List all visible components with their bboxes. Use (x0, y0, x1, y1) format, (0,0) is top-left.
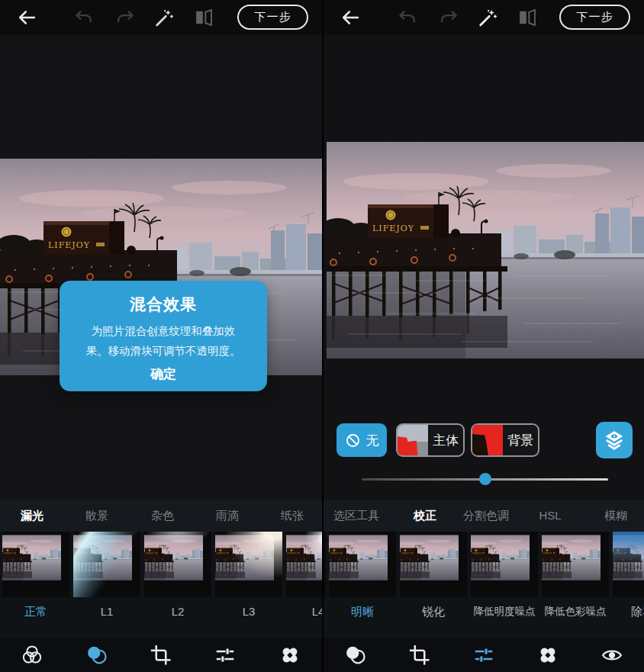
filter-bar: 漏光 散景 杂色 雨滴 纸张 正常 L1 L2 L3 L4 (0, 500, 322, 638)
photo-stage: 混合效果 为照片混合创意纹理和叠加效 果。移动滑块可调节不透明度。 确定 (0, 35, 322, 500)
top-bar: 下一步 (324, 0, 644, 35)
opacity-slider-row (324, 467, 644, 493)
redo-button[interactable] (438, 7, 459, 28)
tab-selection-tools[interactable]: 选区工具 (333, 500, 379, 532)
tab-paper[interactable]: 纸张 (281, 500, 304, 532)
dialog-title: 混合效果 (60, 294, 267, 315)
back-button[interactable] (16, 7, 37, 28)
preview-eye-button[interactable] (601, 644, 623, 667)
layers-eye-icon (603, 429, 626, 452)
next-step-label: 下一步 (255, 10, 291, 23)
tab-light-leak[interactable]: 漏光 (21, 500, 43, 532)
tab-raindrops[interactable]: 雨滴 (216, 500, 239, 532)
filter-label-sharpen[interactable]: 锐化 (422, 605, 445, 619)
tab-bokeh[interactable]: 散景 (85, 500, 108, 532)
filter-label-color-noise[interactable]: 降低色彩噪点 (545, 605, 607, 619)
blend-tool-button-active[interactable] (85, 644, 108, 667)
dialog-confirm-button[interactable]: 确定 (60, 365, 267, 383)
bottom-toolbar (0, 638, 322, 672)
adjust-tool-button-active[interactable] (472, 644, 495, 667)
filter-thumbnails (0, 532, 322, 597)
filter-label-l3[interactable]: L3 (243, 605, 256, 618)
filter-thumb-l1[interactable] (73, 532, 140, 597)
screen-correction-tool: 下一步 无 主体 背景 (322, 0, 644, 672)
mask-background-label: 背景 (503, 432, 538, 449)
filter-labels: 明晰 锐化 降低明度噪点 降低色彩噪点 除雾 (324, 597, 644, 638)
filter-labels: 正常 L1 L2 L3 L4 (0, 597, 322, 638)
filter-label-clarity[interactable]: 明晰 (351, 605, 374, 619)
dialog-body: 为照片混合创意纹理和叠加效 果。移动滑块可调节不透明度。 (60, 321, 267, 361)
mask-background-button[interactable]: 背景 (471, 423, 539, 457)
healing-tool-button[interactable] (279, 644, 301, 667)
healing-tool-button[interactable] (536, 644, 559, 667)
blend-tool-button[interactable] (344, 644, 367, 667)
filter-thumb-sharpen[interactable] (400, 532, 467, 597)
filter-thumb-clipped[interactable] (322, 532, 326, 597)
filter-label-l1[interactable]: L1 (101, 605, 114, 618)
blend-info-dialog: 混合效果 为照片混合创意纹理和叠加效 果。移动滑块可调节不透明度。 确定 (60, 281, 267, 391)
looks-filters-button[interactable] (21, 644, 43, 667)
filter-thumb-luminance-noise[interactable] (471, 532, 538, 597)
no-entry-icon (345, 432, 361, 449)
background-mask-preview (472, 425, 503, 455)
filter-thumb-normal[interactable] (2, 532, 69, 597)
filter-label-l4[interactable]: L4 (312, 605, 322, 618)
tab-blur[interactable]: 模糊 (604, 500, 627, 532)
filter-label-luminance-noise[interactable]: 降低明度噪点 (474, 605, 536, 619)
filter-thumb-dehaze[interactable] (613, 532, 644, 597)
photo-stage: 无 主体 背景 (324, 35, 644, 500)
mask-selection-row: 无 主体 背景 (324, 422, 644, 458)
tab-correction[interactable]: 校正 (414, 500, 436, 532)
crop-tool-button[interactable] (150, 644, 172, 667)
next-step-label: 下一步 (577, 10, 613, 23)
screen-blend-tool: 下一步 混合效果 为照片混合创意纹理和叠加效 果。移动滑块可调节不透明度。 确定… (0, 0, 322, 672)
next-step-button[interactable]: 下一步 (237, 5, 308, 30)
compare-button[interactable] (517, 7, 538, 28)
category-tabs: 选区工具 校正 分割色调 HSL 模糊 (324, 500, 644, 532)
undo-button[interactable] (397, 7, 418, 28)
back-button[interactable] (340, 7, 361, 28)
mask-subject-label: 主体 (428, 432, 463, 449)
next-step-button[interactable]: 下一步 (559, 5, 630, 30)
tab-split-tone[interactable]: 分割色调 (463, 500, 509, 532)
tab-hsl[interactable]: HSL (539, 500, 561, 532)
layers-button[interactable] (596, 422, 633, 458)
crop-tool-button[interactable] (408, 644, 431, 667)
adjust-tool-button[interactable] (214, 644, 237, 667)
filter-label-dehaze[interactable]: 除雾 (631, 605, 644, 619)
magic-wand-button[interactable] (477, 7, 498, 28)
mask-none-button[interactable]: 无 (336, 423, 387, 457)
tab-grain[interactable]: 杂色 (151, 500, 174, 532)
redo-button[interactable] (114, 7, 136, 28)
filter-thumb-color-noise[interactable] (542, 532, 609, 597)
photo-canvas[interactable] (327, 142, 644, 359)
filter-bar: 选区工具 校正 分割色调 HSL 模糊 明晰 锐化 降低明度噪点 降低色彩噪点 … (324, 500, 644, 638)
subject-mask-preview (398, 425, 428, 455)
filter-thumb-clarity[interactable] (329, 532, 396, 597)
mask-subject-button[interactable]: 主体 (396, 423, 465, 457)
filter-thumb-l3[interactable] (215, 532, 282, 597)
filter-thumb-l2[interactable] (144, 532, 211, 597)
opacity-slider-track[interactable] (362, 478, 608, 481)
undo-button[interactable] (73, 7, 95, 28)
opacity-slider-thumb[interactable] (479, 473, 491, 485)
magic-wand-button[interactable] (153, 7, 175, 28)
filter-label-normal[interactable]: 正常 (24, 605, 47, 619)
bottom-toolbar (324, 638, 644, 672)
filter-thumbnails (324, 532, 644, 597)
filter-label-l2[interactable]: L2 (172, 605, 185, 618)
top-bar: 下一步 (0, 0, 322, 35)
category-tabs: 漏光 散景 杂色 雨滴 纸张 (0, 500, 322, 532)
compare-button[interactable] (193, 7, 214, 28)
filter-thumb-l4[interactable] (286, 532, 322, 597)
mask-none-label: 无 (366, 432, 379, 449)
